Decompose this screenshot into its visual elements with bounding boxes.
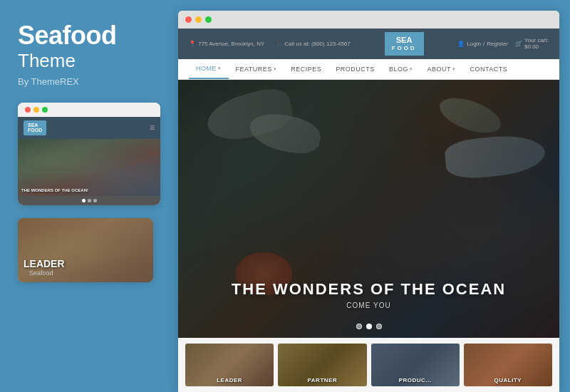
bottom-card-sublabel: Seafood: [24, 269, 65, 277]
thumb-label-2: PARTNER: [278, 377, 366, 383]
browser-window: 📍 775 Avenue, Brooklyn, NY 📞 Call us at:…: [178, 11, 559, 392]
nav-item-contacts[interactable]: CONTACTS: [462, 60, 514, 78]
mobile-logo: SEA FOOD: [24, 120, 46, 135]
thumb-partner[interactable]: PARTNER: [278, 344, 366, 386]
left-panel: Seafood Theme By ThemeREX SEA FOOD ≡ THE…: [0, 0, 175, 392]
thumb-label-4: QUALITY: [464, 377, 552, 383]
topbar-address: 📍 775 Avenue, Brooklyn, NY: [189, 41, 264, 47]
topbar-phone: 📞 Call us at: (800) 123-4567: [275, 41, 351, 47]
nav-item-about[interactable]: ABOUT ▾: [420, 60, 462, 78]
cart-icon: 🛒: [515, 41, 522, 47]
thumb-products[interactable]: PRODUC...: [371, 344, 460, 386]
nav-arrow-about: ▾: [452, 66, 456, 72]
mobile-dot-yellow: [33, 107, 39, 113]
mobile-hero: THE WONDERS OF THE OCEAN!: [18, 139, 160, 196]
phone-icon: 📞: [275, 41, 282, 47]
nav-item-products[interactable]: PRODUCTS: [328, 60, 382, 78]
topbar-right: 👤 Login / Register 🛒 Your cart: $0.00: [457, 37, 549, 50]
topbar-left: 📍 775 Avenue, Brooklyn, NY 📞 Call us at:…: [189, 41, 351, 47]
browser-dot-yellow[interactable]: [195, 16, 202, 23]
mobile-dot-green: [42, 107, 48, 113]
mobile-site-header: SEA FOOD ≡: [18, 117, 160, 139]
mobile-dot-2: [88, 199, 91, 202]
mobile-logo-text: SEA FOOD: [28, 123, 42, 133]
mobile-preview-card: SEA FOOD ≡ THE WONDERS OF THE OCEAN!: [18, 103, 160, 205]
browser-dot-red[interactable]: [185, 16, 192, 23]
app-author: By ThemeREX: [18, 76, 160, 87]
site-navbar: HOME ▾ FEATURES ▾ RECIPES PRODUCTS BLOG …: [178, 59, 559, 80]
location-icon: 📍: [189, 41, 196, 47]
site-logo-text: SEA FOOD: [392, 36, 417, 52]
hero-dot-2[interactable]: [366, 324, 372, 329]
mobile-card-chrome: [18, 103, 160, 117]
mobile-dot-red: [25, 107, 31, 113]
hamburger-icon[interactable]: ≡: [150, 123, 155, 133]
mobile-hero-bg: [18, 139, 160, 196]
hero-dot-3[interactable]: [376, 324, 382, 329]
app-subtitle: Theme: [18, 50, 160, 72]
user-icon: 👤: [457, 41, 465, 47]
cart-action[interactable]: 🛒 Your cart: $0.00: [515, 37, 549, 50]
bottom-preview-card: LEADER Seafood: [18, 218, 153, 282]
browser-content: 📍 775 Avenue, Brooklyn, NY 📞 Call us at:…: [178, 29, 559, 392]
bottom-card-image: LEADER Seafood: [18, 218, 153, 282]
browser-chrome: [178, 11, 559, 29]
bottom-card-label: LEADER: [24, 258, 65, 269]
thumb-label-1: LEADER: [185, 377, 274, 383]
nav-arrow-home: ▾: [218, 66, 222, 71]
hero-text-block: THE WONDERS OF THE OCEAN COME YOU: [178, 280, 559, 309]
thumb-quality[interactable]: QUALITY: [464, 344, 552, 386]
browser-dot-green[interactable]: [205, 16, 212, 23]
site-topbar: 📍 775 Avenue, Brooklyn, NY 📞 Call us at:…: [178, 29, 559, 59]
app-title: Seafood: [18, 21, 160, 50]
hero-subtitle: COME YOU: [178, 301, 559, 309]
login-action[interactable]: 👤 Login / Register: [457, 41, 508, 47]
nav-arrow-blog: ▾: [410, 66, 413, 72]
nav-arrow-features: ▾: [274, 66, 277, 72]
nav-item-blog[interactable]: BLOG ▾: [382, 60, 420, 78]
hero-slider-dots: [356, 324, 382, 329]
nav-item-features[interactable]: FEATURES ▾: [229, 60, 284, 78]
mobile-hero-text: THE WONDERS OF THE OCEAN!: [21, 188, 88, 192]
site-thumbnails: LEADER PARTNER PRODUC... QUALITY: [178, 338, 559, 392]
site-logo: SEA FOOD: [385, 32, 424, 56]
thumb-label-3: PRODUC...: [371, 377, 460, 383]
hero-title: THE WONDERS OF THE OCEAN: [178, 280, 559, 299]
thumb-leader[interactable]: LEADER: [185, 344, 274, 386]
hero-dot-1[interactable]: [356, 324, 362, 329]
mobile-dot-3: [93, 199, 97, 202]
mobile-slider-dots: [18, 196, 160, 205]
nav-item-home[interactable]: HOME ▾: [189, 59, 229, 79]
nav-item-recipes[interactable]: RECIPES: [284, 60, 328, 78]
mobile-dot-1: [82, 199, 86, 202]
site-hero: THE WONDERS OF THE OCEAN COME YOU: [178, 80, 559, 338]
